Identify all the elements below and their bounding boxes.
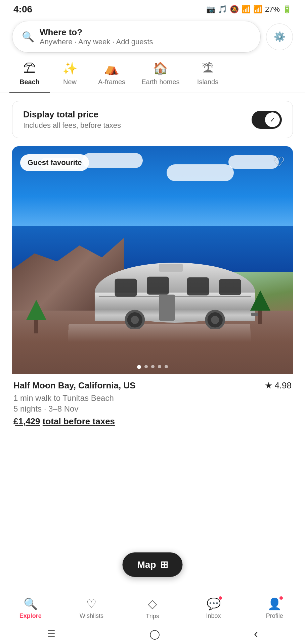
tab-aframes[interactable]: ⛺ A-frames — [90, 59, 133, 93]
android-nav: ☰ ◯ ‹ — [0, 624, 305, 644]
dot-5 — [165, 365, 168, 368]
tab-earthhomes-label: Earth homes — [141, 78, 179, 86]
explore-icon: 🔍 — [24, 597, 38, 610]
android-back-icon[interactable]: ‹ — [254, 627, 258, 641]
svg-rect-4 — [147, 277, 169, 295]
checkmark-icon: ✓ — [270, 116, 275, 124]
svg-point-11 — [211, 316, 219, 324]
listing-image-art — [12, 146, 293, 374]
camera-icon: 📷 — [206, 5, 215, 14]
search-bar[interactable]: 🔍 Where to? Anywhere · Any week · Add gu… — [12, 21, 261, 53]
tab-new[interactable]: ✨ New — [50, 59, 90, 93]
map-grid-icon: ⊞ — [160, 559, 168, 570]
toggle-knob: ✓ — [265, 112, 280, 127]
svg-rect-3 — [115, 279, 137, 297]
earthhomes-icon: 🏠 — [153, 61, 168, 75]
aframes-icon: ⛺ — [104, 61, 119, 75]
wishlists-icon: ♡ — [86, 597, 96, 610]
listing-location: Half Moon Bay, California, US — [13, 380, 265, 391]
islands-icon: 🏝 — [202, 61, 214, 75]
svg-rect-5 — [187, 277, 209, 296]
status-icons: 📷 🎵 🔕 📶 📶 27% 🔋 — [206, 5, 292, 14]
price-description: total before taxes — [43, 416, 115, 426]
inbox-icon: 💬 — [207, 597, 221, 610]
beach-icon: ⛱ — [24, 61, 36, 75]
tree-left — [26, 300, 46, 333]
rating-value: 4.98 — [274, 380, 292, 391]
new-icon: ✨ — [62, 61, 78, 75]
cloud-2 — [82, 153, 143, 168]
tab-new-label: New — [63, 78, 77, 86]
tab-islands-label: Islands — [197, 78, 218, 86]
svg-rect-13 — [159, 264, 183, 272]
wishlist-button[interactable]: ♡ — [273, 154, 285, 169]
nav-inbox[interactable]: 💬 Inbox — [193, 597, 234, 620]
inbox-notification-dot — [218, 596, 223, 600]
android-menu-icon[interactable]: ☰ — [47, 629, 55, 640]
volume-icon: 🔕 — [230, 5, 239, 14]
category-tabs: ⛱ Beach ✨ New ⛺ A-frames 🏠 Earth homes 🏝… — [0, 53, 305, 93]
svg-point-9 — [131, 316, 139, 324]
wifi-icon: 📶 — [242, 5, 251, 14]
guest-favourite-badge: Guest favourite — [20, 154, 89, 171]
search-text: Where to? Anywhere · Any week · Add gues… — [40, 27, 153, 46]
image-dots — [137, 365, 168, 369]
svg-rect-6 — [219, 279, 241, 295]
dot-4 — [158, 365, 161, 368]
listing-card[interactable]: Guest favourite ♡ Half Moon Bay, Califor… — [12, 146, 293, 427]
battery-icon: 🔋 — [282, 5, 292, 14]
price-toggle-card: Display total price Includes all fees, b… — [12, 101, 293, 138]
tab-aframes-label: A-frames — [98, 78, 125, 86]
status-bar: 4:06 📷 🎵 🔕 📶 📶 27% 🔋 — [0, 0, 305, 17]
bottom-nav: 🔍 Explore ♡ Wishlists ◇ Trips 💬 Inbox 👤 … — [0, 591, 305, 624]
search-area: 🔍 Where to? Anywhere · Any week · Add gu… — [0, 17, 305, 53]
listing-rating: ★ 4.98 — [265, 380, 292, 391]
price-amount: £1,429 — [13, 416, 40, 426]
android-home-icon[interactable]: ◯ — [149, 629, 160, 640]
heart-icon: ♡ — [273, 155, 285, 169]
cloud-4 — [228, 155, 279, 169]
nav-trips[interactable]: ◇ Trips — [132, 597, 173, 620]
profile-icon: 👤 — [267, 597, 281, 610]
price-toggle-subtitle: Includes all fees, before taxes — [23, 121, 121, 130]
dot-3 — [151, 365, 155, 368]
map-button[interactable]: Map ⊞ — [123, 552, 183, 577]
listing-dates: 5 nights · 3–8 Nov — [13, 404, 292, 414]
tab-islands[interactable]: 🏝 Islands — [188, 59, 228, 93]
price-toggle-text: Display total price Includes all fees, b… — [23, 109, 121, 130]
dot-2 — [144, 365, 148, 368]
battery-level: 27% — [265, 5, 280, 14]
nav-wishlists-label: Wishlists — [80, 612, 103, 620]
tab-beach[interactable]: ⛱ Beach — [9, 59, 50, 93]
price-toggle-title: Display total price — [23, 109, 121, 120]
dot-1 — [137, 365, 141, 369]
listing-description: 1 min walk to Tunitas Beach — [13, 393, 292, 403]
listing-image: Guest favourite ♡ — [12, 146, 293, 374]
nav-explore[interactable]: 🔍 Explore — [10, 597, 51, 620]
search-title: Where to? — [40, 27, 153, 38]
price-toggle-switch[interactable]: ✓ — [252, 111, 282, 129]
listing-price: £1,429 total before taxes — [13, 416, 292, 427]
nav-inbox-label: Inbox — [206, 612, 221, 620]
nav-wishlists[interactable]: ♡ Wishlists — [71, 597, 112, 620]
status-time: 4:06 — [13, 4, 32, 15]
nav-profile[interactable]: 👤 Profile — [254, 597, 295, 620]
trips-icon: ◇ — [148, 597, 157, 611]
cloud-3 — [167, 164, 234, 181]
nav-trips-label: Trips — [146, 613, 159, 620]
svg-rect-7 — [159, 294, 175, 321]
profile-notification-dot — [279, 596, 284, 600]
filter-button[interactable]: ⚙️ — [266, 23, 293, 50]
star-icon: ★ — [265, 380, 272, 391]
filter-icon: ⚙️ — [274, 31, 286, 42]
map-label: Map — [137, 559, 156, 570]
nav-explore-label: Explore — [19, 612, 42, 620]
search-icon: 🔍 — [22, 31, 34, 43]
map-button-wrap: Map ⊞ — [123, 552, 183, 577]
tab-earthhomes[interactable]: 🏠 Earth homes — [133, 59, 187, 93]
listing-info: Half Moon Bay, California, US ★ 4.98 1 m… — [12, 374, 293, 427]
tab-beach-label: Beach — [19, 78, 40, 86]
signal-icon: 📶 — [253, 5, 262, 14]
tree-right — [250, 290, 270, 324]
airstream-svg — [91, 257, 259, 329]
